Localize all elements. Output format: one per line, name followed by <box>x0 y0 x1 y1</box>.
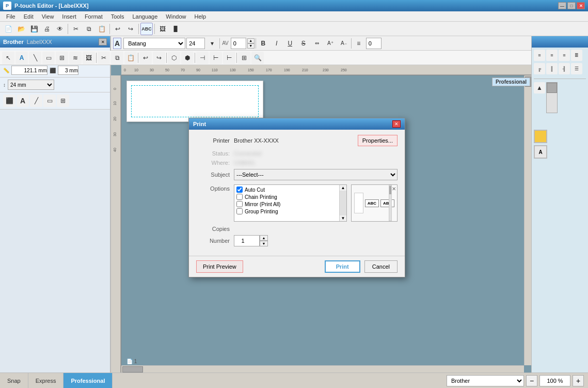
align-right-btn[interactable]: ⊢ <box>223 52 235 64</box>
copy-button[interactable]: ⧉ <box>83 23 95 35</box>
menu-window[interactable]: Window <box>162 12 190 21</box>
rect-tool[interactable]: ▭ <box>43 95 56 107</box>
rp-tool-1[interactable]: ≡ <box>534 50 545 61</box>
undo2-btn[interactable]: ↩ <box>139 52 152 64</box>
zoom-out-btn[interactable]: − <box>526 375 537 386</box>
minimize-button[interactable]: — <box>558 2 566 9</box>
new-button[interactable]: 📄 <box>2 23 14 35</box>
scroll-up-btn[interactable]: ▲ <box>340 185 346 191</box>
spacing-up[interactable]: ▲ <box>247 38 255 43</box>
abc-button[interactable]: ABC <box>140 23 153 35</box>
print-btn[interactable]: Print <box>325 260 360 273</box>
image-button[interactable]: 🖼 <box>156 23 169 35</box>
rp-scroll-up[interactable]: ▲ <box>534 82 545 94</box>
rp-tool-3[interactable]: ≡ <box>559 50 570 61</box>
menu-file[interactable]: File <box>2 12 20 21</box>
print-preview-btn[interactable]: Print Preview <box>196 260 243 273</box>
length-input[interactable] <box>11 66 47 75</box>
modal-close-btn[interactable]: ✕ <box>392 120 401 128</box>
check-chain[interactable]: Chain Printing <box>235 193 345 200</box>
font-size-dropdown[interactable]: ▾ <box>206 37 218 50</box>
rp-tool-2[interactable]: ≡ <box>546 50 558 61</box>
char-spacing-input[interactable] <box>231 38 246 49</box>
expand-btn[interactable]: ⇔ <box>311 37 323 50</box>
draw-rect-btn[interactable]: ▭ <box>42 52 55 64</box>
chain-checkbox[interactable] <box>236 194 243 200</box>
menu-insert[interactable]: Insert <box>58 12 81 21</box>
modal-subject-select[interactable]: ---Select--- <box>234 169 398 180</box>
preview-button[interactable]: 👁 <box>54 23 66 35</box>
status-printer-select[interactable]: Brother <box>447 375 524 386</box>
align-left-btn[interactable]: ≡ <box>353 37 365 50</box>
menu-view[interactable]: View <box>38 12 58 21</box>
menu-help[interactable]: Help <box>190 12 210 21</box>
check-autocut[interactable]: Auto Cut <box>235 186 345 193</box>
align-left2-btn[interactable]: ⊣ <box>196 52 209 64</box>
draw-barcode-btn[interactable]: ≋ <box>69 52 82 64</box>
check-mirror[interactable]: Mirror (Print All) <box>235 200 345 208</box>
rp-tool-7[interactable]: ╢ <box>559 63 570 74</box>
menu-format[interactable]: Format <box>81 12 107 21</box>
color-swatch-text[interactable]: A <box>534 145 547 159</box>
rp-tool-4[interactable]: ≣ <box>571 50 582 61</box>
number-down-btn[interactable]: ▼ <box>260 241 268 246</box>
cancel-btn[interactable]: Cancel <box>364 260 398 273</box>
canvas-hscrollbar[interactable] <box>121 365 524 373</box>
tab-express[interactable]: Express <box>28 373 64 388</box>
paste2-btn[interactable]: 📋 <box>124 52 137 64</box>
text-insert-btn[interactable]: A <box>15 52 28 64</box>
underline-btn[interactable]: U <box>284 37 296 50</box>
redo2-btn[interactable]: ↪ <box>153 52 165 64</box>
spacing-down[interactable]: ▼ <box>247 43 255 49</box>
strikethrough-btn[interactable]: S <box>297 37 310 50</box>
italic-btn[interactable]: I <box>271 37 283 50</box>
print-icon-button[interactable]: 🖨 <box>41 23 53 35</box>
mirror-checkbox[interactable] <box>236 201 243 207</box>
grid-tool[interactable]: ⊞ <box>57 95 69 107</box>
paste-button[interactable]: 📋 <box>96 23 108 35</box>
cut2-btn[interactable]: ✂ <box>98 52 110 64</box>
line-tool[interactable]: ╱ <box>30 95 42 107</box>
open-button[interactable]: 📂 <box>15 23 27 35</box>
barcode-button[interactable]: ▐▌ <box>169 23 182 35</box>
draw-table-btn[interactable]: ⊞ <box>56 52 68 64</box>
zoom-in-btn[interactable]: 🔍 <box>251 52 264 64</box>
copy2-btn[interactable]: ⧉ <box>111 52 123 64</box>
cut-button[interactable]: ✂ <box>70 23 82 35</box>
check-group[interactable]: Group Printing <box>235 208 345 215</box>
group-checkbox[interactable] <box>236 208 243 214</box>
tab-professional[interactable]: Professional <box>63 373 113 388</box>
redo-button[interactable]: ↪ <box>124 23 137 35</box>
tab-snap[interactable]: Snap <box>0 373 28 388</box>
line-spacing-input[interactable] <box>366 38 382 49</box>
font-name-select[interactable]: Batang <box>123 38 185 49</box>
rp-tool-6[interactable]: ║ <box>546 63 558 74</box>
scroll-down-btn[interactable]: ▼ <box>340 215 346 221</box>
zoom-in-btn[interactable]: + <box>573 375 584 386</box>
font-size-input[interactable] <box>186 38 205 49</box>
rp-scrollthumb[interactable] <box>547 83 557 93</box>
preview-close[interactable]: ✕ <box>392 186 396 192</box>
menu-tools[interactable]: Tools <box>107 12 129 21</box>
autocut-checkbox[interactable] <box>236 187 243 193</box>
color-swatch-yellow[interactable] <box>534 130 547 143</box>
align-center-btn[interactable]: ⊢ <box>210 52 222 64</box>
zoom-fit-btn[interactable]: ⊞ <box>238 52 250 64</box>
subscript-btn[interactable]: A₋ <box>338 37 350 50</box>
bold-btn[interactable]: B <box>257 37 269 50</box>
draw-image-btn[interactable]: 🖼 <box>83 52 95 64</box>
select-tool[interactable]: ⬛ <box>3 95 15 107</box>
canvas-hscrollthumb[interactable] <box>122 366 143 373</box>
maximize-button[interactable]: □ <box>567 2 576 9</box>
modal-properties-btn[interactable]: Properties... <box>358 135 398 146</box>
group-btn[interactable]: ⬡ <box>168 52 180 64</box>
select-arrow-btn[interactable]: ↖ <box>2 52 14 64</box>
undo-button[interactable]: ↩ <box>112 23 124 35</box>
menu-language[interactable]: Language <box>128 12 162 21</box>
number-up-btn[interactable]: ▲ <box>260 235 268 241</box>
left-panel-close[interactable]: ✕ <box>99 38 107 45</box>
number-input[interactable] <box>234 235 260 246</box>
text-tool[interactable]: A <box>17 95 29 107</box>
save-button[interactable]: 💾 <box>28 23 40 35</box>
canvas-vscrollbar[interactable] <box>524 75 531 365</box>
